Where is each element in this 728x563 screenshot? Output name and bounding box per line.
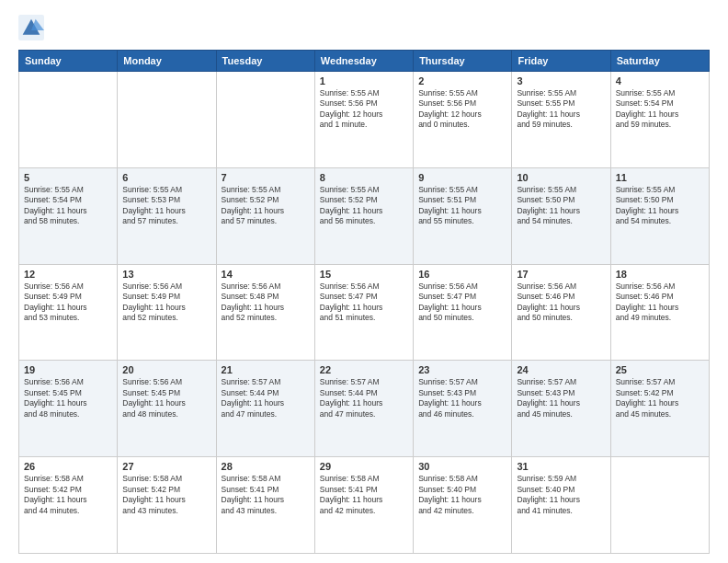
day-info: Sunrise: 5:58 AM Sunset: 5:42 PM Dayligh… [24, 474, 112, 516]
weekday-header-row: SundayMondayTuesdayWednesdayThursdayFrid… [19, 51, 710, 72]
day-info: Sunrise: 5:56 AM Sunset: 5:46 PM Dayligh… [616, 282, 704, 324]
calendar-cell: 21Sunrise: 5:57 AM Sunset: 5:44 PM Dayli… [216, 361, 314, 457]
day-number: 15 [320, 269, 408, 280]
calendar-cell: 31Sunrise: 5:59 AM Sunset: 5:40 PM Dayli… [512, 457, 610, 554]
day-info: Sunrise: 5:58 AM Sunset: 5:41 PM Dayligh… [320, 474, 408, 516]
calendar-row: 1Sunrise: 5:55 AM Sunset: 5:56 PM Daylig… [19, 72, 710, 168]
day-info: Sunrise: 5:57 AM Sunset: 5:43 PM Dayligh… [517, 377, 605, 419]
calendar-cell: 5Sunrise: 5:55 AM Sunset: 5:54 PM Daylig… [19, 167, 118, 264]
day-info: Sunrise: 5:55 AM Sunset: 5:51 PM Dayligh… [418, 185, 506, 227]
day-info: Sunrise: 5:55 AM Sunset: 5:50 PM Dayligh… [616, 185, 704, 227]
day-info: Sunrise: 5:55 AM Sunset: 5:56 PM Dayligh… [418, 88, 506, 131]
calendar-cell [216, 72, 314, 168]
day-number: 7 [222, 172, 310, 183]
day-info: Sunrise: 5:57 AM Sunset: 5:42 PM Dayligh… [616, 377, 704, 419]
calendar-cell: 28Sunrise: 5:58 AM Sunset: 5:41 PM Dayli… [216, 457, 314, 554]
calendar-cell: 26Sunrise: 5:58 AM Sunset: 5:42 PM Dayli… [19, 457, 118, 554]
day-number: 19 [24, 364, 112, 375]
logo [18, 15, 48, 40]
day-number: 31 [517, 461, 605, 472]
calendar-cell: 13Sunrise: 5:56 AM Sunset: 5:49 PM Dayli… [118, 264, 216, 361]
day-info: Sunrise: 5:57 AM Sunset: 5:44 PM Dayligh… [222, 377, 310, 419]
day-info: Sunrise: 5:56 AM Sunset: 5:45 PM Dayligh… [24, 377, 112, 419]
day-number: 18 [616, 269, 704, 280]
calendar-cell: 7Sunrise: 5:55 AM Sunset: 5:52 PM Daylig… [216, 167, 314, 264]
day-info: Sunrise: 5:57 AM Sunset: 5:43 PM Dayligh… [418, 377, 506, 419]
day-number: 29 [320, 461, 408, 472]
calendar-row: 12Sunrise: 5:56 AM Sunset: 5:49 PM Dayli… [19, 264, 710, 361]
day-number: 5 [24, 172, 112, 183]
calendar-cell: 27Sunrise: 5:58 AM Sunset: 5:42 PM Dayli… [118, 457, 216, 554]
weekday-header-tuesday: Tuesday [216, 51, 314, 72]
calendar-cell: 11Sunrise: 5:55 AM Sunset: 5:50 PM Dayli… [610, 167, 709, 264]
calendar-cell: 3Sunrise: 5:55 AM Sunset: 5:55 PM Daylig… [512, 72, 610, 168]
calendar-cell: 14Sunrise: 5:56 AM Sunset: 5:48 PM Dayli… [216, 264, 314, 361]
weekday-header-friday: Friday [512, 51, 610, 72]
day-info: Sunrise: 5:56 AM Sunset: 5:45 PM Dayligh… [122, 377, 210, 419]
weekday-header-saturday: Saturday [610, 51, 709, 72]
day-info: Sunrise: 5:58 AM Sunset: 5:40 PM Dayligh… [418, 474, 506, 516]
weekday-header-thursday: Thursday [414, 51, 512, 72]
day-info: Sunrise: 5:56 AM Sunset: 5:47 PM Dayligh… [418, 282, 506, 324]
day-info: Sunrise: 5:55 AM Sunset: 5:52 PM Dayligh… [320, 185, 408, 227]
day-number: 10 [517, 172, 605, 183]
day-number: 1 [320, 75, 408, 86]
day-number: 21 [222, 364, 310, 375]
calendar-cell: 18Sunrise: 5:56 AM Sunset: 5:46 PM Dayli… [610, 264, 709, 361]
calendar-cell: 15Sunrise: 5:56 AM Sunset: 5:47 PM Dayli… [314, 264, 413, 361]
day-number: 22 [320, 364, 408, 375]
day-info: Sunrise: 5:59 AM Sunset: 5:40 PM Dayligh… [517, 474, 605, 516]
day-number: 28 [222, 461, 310, 472]
day-info: Sunrise: 5:55 AM Sunset: 5:52 PM Dayligh… [222, 185, 310, 227]
calendar-cell: 19Sunrise: 5:56 AM Sunset: 5:45 PM Dayli… [19, 361, 118, 457]
calendar-cell [118, 72, 216, 168]
calendar-cell: 25Sunrise: 5:57 AM Sunset: 5:42 PM Dayli… [610, 361, 709, 457]
day-info: Sunrise: 5:55 AM Sunset: 5:55 PM Dayligh… [517, 88, 605, 131]
weekday-header-sunday: Sunday [19, 51, 118, 72]
calendar-cell: 12Sunrise: 5:56 AM Sunset: 5:49 PM Dayli… [19, 264, 118, 361]
calendar-cell: 17Sunrise: 5:56 AM Sunset: 5:46 PM Dayli… [512, 264, 610, 361]
calendar-cell: 16Sunrise: 5:56 AM Sunset: 5:47 PM Dayli… [414, 264, 512, 361]
calendar-cell: 4Sunrise: 5:55 AM Sunset: 5:54 PM Daylig… [610, 72, 709, 168]
day-number: 30 [418, 461, 506, 472]
calendar-cell: 20Sunrise: 5:56 AM Sunset: 5:45 PM Dayli… [118, 361, 216, 457]
calendar-cell [610, 457, 709, 554]
day-info: Sunrise: 5:57 AM Sunset: 5:44 PM Dayligh… [320, 377, 408, 419]
day-info: Sunrise: 5:58 AM Sunset: 5:42 PM Dayligh… [122, 474, 210, 516]
day-number: 2 [418, 75, 506, 86]
day-info: Sunrise: 5:55 AM Sunset: 5:54 PM Dayligh… [616, 88, 704, 131]
day-number: 17 [517, 269, 605, 280]
day-number: 4 [616, 75, 704, 86]
calendar-cell: 23Sunrise: 5:57 AM Sunset: 5:43 PM Dayli… [414, 361, 512, 457]
day-number: 24 [517, 364, 605, 375]
day-number: 12 [24, 269, 112, 280]
calendar-row: 19Sunrise: 5:56 AM Sunset: 5:45 PM Dayli… [19, 361, 710, 457]
calendar-cell: 22Sunrise: 5:57 AM Sunset: 5:44 PM Dayli… [314, 361, 413, 457]
day-number: 6 [122, 172, 210, 183]
day-info: Sunrise: 5:55 AM Sunset: 5:53 PM Dayligh… [122, 185, 210, 227]
calendar-table: SundayMondayTuesdayWednesdayThursdayFrid… [18, 50, 710, 554]
calendar-row: 26Sunrise: 5:58 AM Sunset: 5:42 PM Dayli… [19, 457, 710, 554]
day-info: Sunrise: 5:55 AM Sunset: 5:50 PM Dayligh… [517, 185, 605, 227]
calendar-cell: 24Sunrise: 5:57 AM Sunset: 5:43 PM Dayli… [512, 361, 610, 457]
day-info: Sunrise: 5:58 AM Sunset: 5:41 PM Dayligh… [222, 474, 310, 516]
day-number: 27 [122, 461, 210, 472]
day-number: 25 [616, 364, 704, 375]
calendar-cell: 30Sunrise: 5:58 AM Sunset: 5:40 PM Dayli… [414, 457, 512, 554]
calendar-cell: 6Sunrise: 5:55 AM Sunset: 5:53 PM Daylig… [118, 167, 216, 264]
header [18, 15, 710, 40]
day-number: 20 [122, 364, 210, 375]
calendar-cell: 2Sunrise: 5:55 AM Sunset: 5:56 PM Daylig… [414, 72, 512, 168]
page: SundayMondayTuesdayWednesdayThursdayFrid… [0, 0, 728, 563]
day-info: Sunrise: 5:56 AM Sunset: 5:49 PM Dayligh… [122, 282, 210, 324]
day-info: Sunrise: 5:55 AM Sunset: 5:56 PM Dayligh… [320, 88, 408, 131]
calendar-cell: 9Sunrise: 5:55 AM Sunset: 5:51 PM Daylig… [414, 167, 512, 264]
weekday-header-wednesday: Wednesday [314, 51, 413, 72]
day-info: Sunrise: 5:56 AM Sunset: 5:47 PM Dayligh… [320, 282, 408, 324]
day-number: 13 [122, 269, 210, 280]
day-number: 8 [320, 172, 408, 183]
day-info: Sunrise: 5:55 AM Sunset: 5:54 PM Dayligh… [24, 185, 112, 227]
day-number: 26 [24, 461, 112, 472]
day-number: 3 [517, 75, 605, 86]
day-number: 23 [418, 364, 506, 375]
